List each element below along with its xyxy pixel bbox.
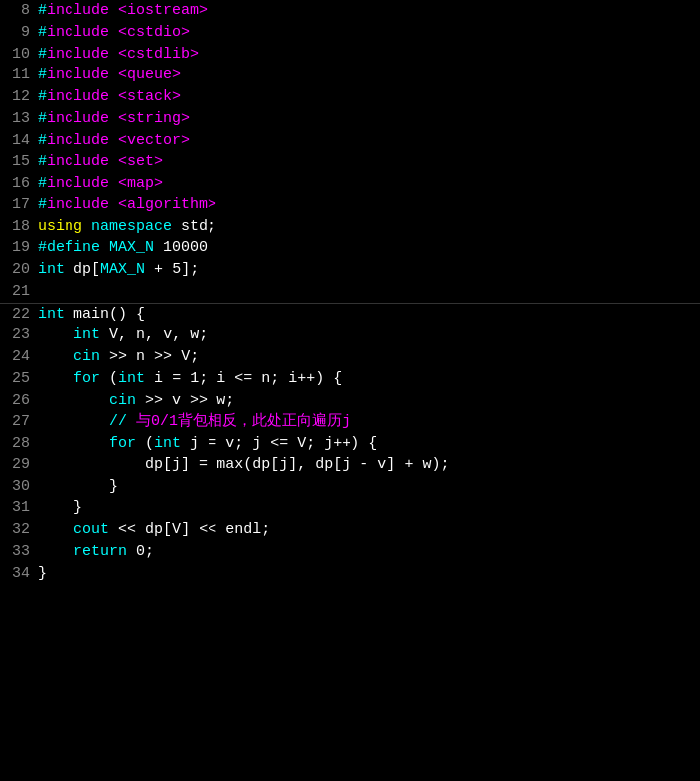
code-line-19: 19 #define MAX_N 10000 xyxy=(0,237,700,259)
line-content-13: #include <string> xyxy=(38,108,700,130)
code-line-22: 22 int main() { xyxy=(0,304,700,325)
line-content-25: for (int i = 1; i <= n; i++) { xyxy=(38,368,700,390)
line-content-30: } xyxy=(38,476,700,498)
line-content-20: int dp[MAX_N + 5]; xyxy=(38,259,700,281)
line-content-33: return 0; xyxy=(38,541,700,563)
line-number-33: 33 xyxy=(0,541,38,563)
line-content-14: #include <vector> xyxy=(38,130,700,152)
code-line-16: 16 #include <map> xyxy=(0,173,700,195)
line-content-28: for (int j = v; j <= V; j++) { xyxy=(38,433,700,455)
code-line-18: 18 using namespace std; xyxy=(0,216,700,238)
code-line-26: 26 cin >> v >> w; xyxy=(0,390,700,412)
code-line-10: 10 #include <cstdlib> xyxy=(0,44,700,65)
line-number-24: 24 xyxy=(0,346,38,368)
line-number-8: 8 xyxy=(0,0,38,22)
code-line-9: 9 #include <cstdio> xyxy=(0,22,700,44)
code-line-34: 34 } xyxy=(0,563,700,585)
line-number-34: 34 xyxy=(0,563,38,585)
line-content-26: cin >> v >> w; xyxy=(38,390,700,412)
line-number-11: 11 xyxy=(0,65,38,86)
line-number-27: 27 xyxy=(0,411,38,433)
line-number-22: 22 xyxy=(0,304,38,325)
line-number-17: 17 xyxy=(0,195,38,216)
code-line-8: 8 #include <iostream> xyxy=(0,0,700,22)
line-content-34: } xyxy=(38,563,700,585)
line-content-18: using namespace std; xyxy=(38,216,700,238)
line-number-28: 28 xyxy=(0,433,38,455)
line-number-12: 12 xyxy=(0,86,38,108)
line-number-9: 9 xyxy=(0,22,38,44)
code-line-28: 28 for (int j = v; j <= V; j++) { xyxy=(0,433,700,455)
line-number-29: 29 xyxy=(0,455,38,476)
line-number-30: 30 xyxy=(0,476,38,498)
line-number-15: 15 xyxy=(0,151,38,173)
code-line-21: 21 xyxy=(0,281,700,303)
code-line-29: 29 dp[j] = max(dp[j], dp[j - v] + w); xyxy=(0,455,700,476)
code-line-11: 11 #include <queue> xyxy=(0,65,700,86)
line-number-20: 20 xyxy=(0,259,38,281)
code-line-20: 20 int dp[MAX_N + 5]; xyxy=(0,259,700,281)
line-content-10: #include <cstdlib> xyxy=(38,44,700,65)
line-number-21: 21 xyxy=(0,281,38,303)
code-line-13: 13 #include <string> xyxy=(0,108,700,130)
line-content-9: #include <cstdio> xyxy=(38,22,700,44)
code-line-23: 23 int V, n, v, w; xyxy=(0,325,700,346)
code-line-33: 33 return 0; xyxy=(0,541,700,563)
line-number-32: 32 xyxy=(0,519,38,541)
line-number-19: 19 xyxy=(0,237,38,259)
line-content-29: dp[j] = max(dp[j], dp[j - v] + w); xyxy=(38,455,700,476)
code-line-31: 31 } xyxy=(0,497,700,519)
line-number-26: 26 xyxy=(0,390,38,412)
code-line-30: 30 } xyxy=(0,476,700,498)
code-editor: 8 #include <iostream> 9 #include <cstdio… xyxy=(0,0,700,584)
line-content-8: #include <iostream> xyxy=(38,0,700,22)
line-content-27: // 与0/1背包相反，此处正向遍历j xyxy=(38,411,700,433)
code-line-14: 14 #include <vector> xyxy=(0,130,700,152)
line-content-16: #include <map> xyxy=(38,173,700,195)
line-number-18: 18 xyxy=(0,216,38,238)
line-content-24: cin >> n >> V; xyxy=(38,346,700,368)
line-content-19: #define MAX_N 10000 xyxy=(38,237,700,259)
line-number-31: 31 xyxy=(0,497,38,519)
line-content-11: #include <queue> xyxy=(38,65,700,86)
code-line-32: 32 cout << dp[V] << endl; xyxy=(0,519,700,541)
line-number-25: 25 xyxy=(0,368,38,390)
line-number-14: 14 xyxy=(0,130,38,152)
line-content-22: int main() { xyxy=(38,304,700,325)
line-number-16: 16 xyxy=(0,173,38,195)
code-line-27: 27 // 与0/1背包相反，此处正向遍历j xyxy=(0,411,700,433)
code-line-25: 25 for (int i = 1; i <= n; i++) { xyxy=(0,368,700,390)
line-content-12: #include <stack> xyxy=(38,86,700,108)
code-line-17: 17 #include <algorithm> xyxy=(0,195,700,216)
line-content-23: int V, n, v, w; xyxy=(38,325,700,346)
line-number-10: 10 xyxy=(0,44,38,65)
line-number-13: 13 xyxy=(0,108,38,130)
line-number-23: 23 xyxy=(0,325,38,346)
line-content-32: cout << dp[V] << endl; xyxy=(38,519,700,541)
code-line-12: 12 #include <stack> xyxy=(0,86,700,108)
line-content-17: #include <algorithm> xyxy=(38,195,700,216)
line-content-31: } xyxy=(38,497,700,519)
code-line-15: 15 #include <set> xyxy=(0,151,700,173)
code-line-24: 24 cin >> n >> V; xyxy=(0,346,700,368)
line-content-21 xyxy=(38,281,700,303)
line-content-15: #include <set> xyxy=(38,151,700,173)
